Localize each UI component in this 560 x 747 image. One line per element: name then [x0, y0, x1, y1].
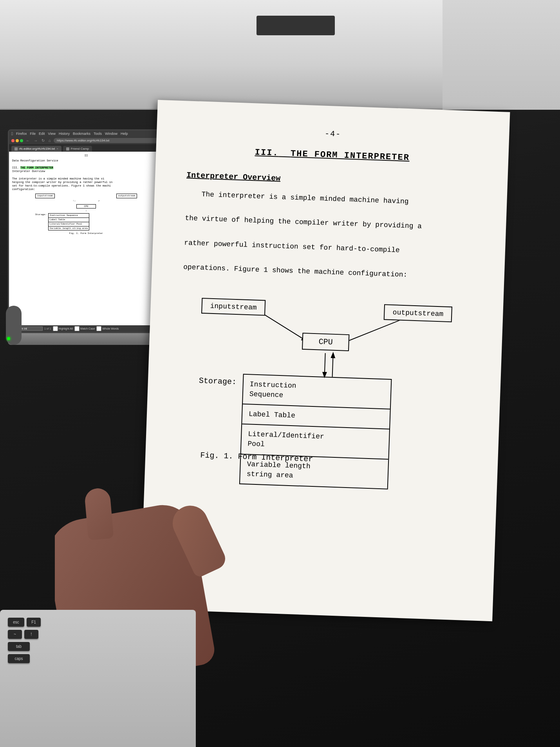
close-window-button[interactable] [11, 139, 14, 142]
storage-row-instruction: Instruction Sequence [243, 374, 391, 409]
traffic-lights [11, 139, 23, 142]
browser-toolbar: ← → ↻ ⌂ https://www.rfc-editor.org/rfc/r… [9, 137, 163, 144]
keyboard-row-caps: caps [8, 654, 188, 663]
keyboard-row-tab: tab [8, 642, 188, 651]
menu-firefox[interactable]: Firefox [16, 132, 27, 136]
laptop-base [8, 333, 172, 345]
whole-words-checkbox[interactable] [96, 326, 101, 331]
laptop-screen:  Firefox File Edit View History Bookmar… [8, 129, 164, 333]
browser-storage-row1: Instruction Sequence [49, 214, 89, 218]
browser-storage-row2: Label Table [49, 218, 89, 222]
refresh-button[interactable]: ↻ [40, 138, 46, 143]
browser-storage-row4: Variable length string area [49, 227, 89, 230]
tab-favicon2-icon [66, 147, 69, 150]
section-title: III. THE FORM INTERPRETER [187, 145, 477, 165]
browser-body-line1: The interpreter is a simple minded machi… [12, 177, 160, 181]
browser-outputstream-box: outputstream [116, 194, 137, 198]
printer-right [443, 0, 560, 110]
browser-diagram: inputstream outputstream ↑↓ ↗ CPU ↓ Stor… [35, 194, 137, 235]
browser-storage-row3: Literal/Identifier Pool [49, 222, 89, 227]
menu-window[interactable]: Window [105, 132, 117, 136]
paragraph-line2: the virtue of helping the compiler write… [185, 212, 475, 235]
paragraph-line3: rather powerful instruction set for hard… [184, 236, 474, 259]
firefox-browser:  Firefox File Edit View History Bookmar… [9, 131, 163, 332]
1-key[interactable]: ! [24, 630, 38, 639]
tab-friendcamp[interactable]: Friend Camp [63, 146, 92, 152]
paragraph-line1: The interpreter is a simple minded machi… [186, 187, 476, 210]
outputstream-box: outputstream [384, 304, 452, 322]
forward-button[interactable]: → [33, 138, 39, 143]
storage-row-literal: Literal/Identifier Pool [241, 424, 389, 459]
caps-key[interactable]: caps [8, 654, 30, 663]
subsection-title: Interpreter Overview [186, 170, 476, 190]
find-match-case[interactable]: Match Case [74, 326, 95, 331]
storage-table: Instruction Sequence Label Table Literal… [239, 374, 392, 489]
browser-findbar: 1 of 1 Highlight All Match Case Whole Wo… [9, 325, 163, 332]
esc-key[interactable]: esc [8, 618, 24, 627]
menu-help[interactable]: Help [121, 132, 128, 136]
home-button[interactable]: ⌂ [47, 138, 52, 143]
paper-diagram: inputstream outputstream CPU Storage: In… [189, 286, 461, 444]
menu-history[interactable]: History [59, 132, 70, 136]
tab-key[interactable]: tab [8, 642, 30, 651]
browser-diagram-top-row: inputstream outputstream [35, 194, 137, 198]
page-number: -4- [188, 124, 478, 143]
tab-rfc-label: rfc-editor.org/rfc/rfc194.txt [19, 147, 55, 150]
browser-storage-label: Storage: [35, 213, 47, 230]
apple-logo-icon:  [11, 131, 13, 136]
highlight-all-checkbox[interactable] [53, 326, 58, 331]
browser-body-line2: helping the compiler writer by providing… [12, 181, 160, 184]
printer-slot [257, 16, 335, 35]
keyboard-row-2: ~ ! [8, 630, 188, 639]
back-button[interactable]: ← [25, 138, 31, 143]
browser-body-line3: set for hard-to-compile operations. Figu… [12, 184, 160, 188]
find-whole-words[interactable]: Whole Words [96, 326, 119, 331]
laptop-computer:  Firefox File Edit View History Bookmar… [8, 129, 172, 349]
browser-interpreter-overview: Interpreter Overview [12, 170, 160, 173]
match-case-checkbox[interactable] [74, 326, 79, 331]
cpu-box: CPU [302, 333, 349, 351]
svg-line-3 [332, 353, 333, 377]
storage-label: Storage: [199, 372, 237, 386]
cable-indicator-light [7, 337, 10, 340]
browser-data-reconfig: Data Reconfiguration Service [12, 159, 160, 163]
browser-storage-box: Instruction Sequence Label Table Literal… [48, 213, 89, 230]
tilde-key[interactable]: ~ [8, 630, 22, 639]
browser-page-content: II Data Reconfiguration Service III. THE… [9, 152, 163, 325]
browser-page-number: II [12, 154, 160, 158]
tab-favicon-icon [14, 147, 18, 150]
storage-section: Storage: Instruction Sequence Label Tabl… [195, 372, 392, 489]
menu-tools[interactable]: Tools [94, 132, 102, 136]
minimize-window-button[interactable] [16, 139, 19, 142]
svg-line-2 [325, 353, 325, 377]
tab-rfc[interactable]: rfc-editor.org/rfc/rfc194.txt × [11, 146, 61, 152]
browser-fig-caption: Fig. 1. Form Interpreter [35, 232, 137, 235]
printer-device [0, 0, 560, 110]
f1-key[interactable]: F1 [27, 618, 41, 627]
menu-view[interactable]: View [48, 132, 56, 136]
inputstream-box: inputstream [201, 297, 266, 315]
tab-close-button[interactable]: × [56, 147, 58, 150]
browser-cpu-box: CPU [76, 204, 96, 209]
maximize-window-button[interactable] [20, 139, 23, 142]
tab-friendcamp-label: Friend Camp [71, 147, 89, 150]
browser-section-header: III. THE FORM INTERPRETER [12, 166, 160, 170]
highlighted-text: THE FORM INTERPRETER [20, 166, 53, 169]
paragraph-line4: operations. Figure 1 shows the machine c… [183, 261, 473, 283]
storage-row-variable: Variable length string area [240, 454, 388, 488]
menu-file[interactable]: File [30, 132, 36, 136]
browser-body-line4: configuration: [12, 188, 160, 191]
keyboard: esc F1 ~ ! tab caps [0, 610, 196, 747]
find-count: 1 of 1 [44, 327, 51, 330]
browser-menubar:  Firefox File Edit View History Bookmar… [9, 131, 163, 137]
menu-bookmarks[interactable]: Bookmarks [73, 132, 90, 136]
hand-finger [84, 487, 114, 540]
find-highlight-all[interactable]: Highlight All [53, 326, 73, 331]
keyboard-row-1: esc F1 [8, 618, 188, 627]
browser-inputstream-box: inputstream [35, 194, 55, 198]
browser-tabs: rfc-editor.org/rfc/rfc194.txt × Friend C… [9, 144, 163, 152]
menu-edit[interactable]: Edit [39, 132, 45, 136]
address-bar[interactable]: https://www.rfc-editor.org/rfc/rfc194.tx… [54, 138, 161, 143]
